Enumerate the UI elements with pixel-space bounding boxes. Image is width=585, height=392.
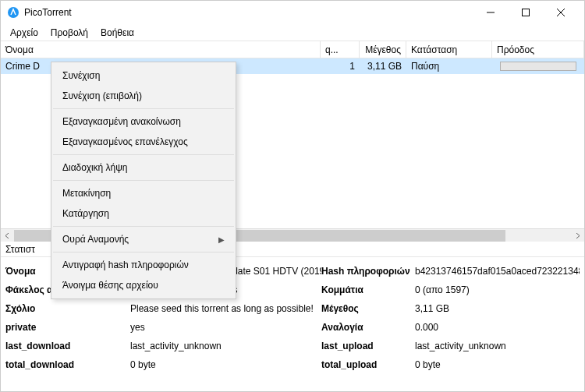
- scroll-left-icon[interactable]: [1, 229, 14, 242]
- context-menu: Συνέχιση Συνέχιση (επιβολή) Εξαναγκασμέν…: [51, 62, 236, 299]
- cm-separator: [53, 252, 234, 253]
- cell-size: 3,11 GB: [360, 58, 406, 74]
- cm-separator: [53, 154, 234, 155]
- detail-val-pieces: 0 (απο 1597): [415, 284, 580, 295]
- menu-view[interactable]: Προβολή: [44, 26, 94, 40]
- detail-key-totalul: total_upload: [321, 359, 415, 370]
- detail-key-comment: Σχόλιο: [5, 303, 130, 314]
- menubar: Αρχείο Προβολή Βοήθεια: [1, 24, 584, 41]
- maximize-button[interactable]: [508, 1, 543, 24]
- cm-resume-force[interactable]: Συνέχιση (επιβολή): [51, 86, 236, 106]
- cm-open-location[interactable]: Άνοιγμα θέσης αρχείου: [51, 275, 236, 295]
- col-header-status[interactable]: Κατάσταση: [406, 41, 492, 58]
- detail-val-lastdl: last_activity_unknown: [130, 341, 321, 351]
- detail-key-lastdl: last_download: [5, 341, 130, 351]
- detail-key-hash: Hash πληροφοριών: [321, 266, 415, 277]
- cm-force-reannounce[interactable]: Εξαναγκασμένη ανακοίνωση: [51, 111, 236, 132]
- detail-val-hash: b42313746157daf015a0aced7232213489f5: [415, 266, 580, 277]
- cm-sequential[interactable]: Διαδοχική λήψη: [51, 157, 236, 178]
- close-button[interactable]: [543, 1, 578, 24]
- detail-val-totaldl: 0 byte: [130, 359, 321, 370]
- titlebar: PicoTorrent: [1, 1, 584, 24]
- scroll-right-icon[interactable]: [571, 229, 584, 242]
- torrent-table-header: Όνομα q... Μέγεθος Κατάσταση Πρόοδος: [1, 41, 584, 58]
- cm-move[interactable]: Μετακίνηση: [51, 183, 236, 203]
- col-header-queue[interactable]: q...: [321, 41, 360, 58]
- cm-force-recheck[interactable]: Εξαναγκασμένος επανέλεγχος: [51, 132, 236, 152]
- cm-separator: [53, 180, 234, 181]
- menu-help[interactable]: Βοήθεια: [94, 26, 140, 40]
- cm-resume[interactable]: Συνέχιση: [51, 65, 236, 86]
- detail-val-private: yes: [130, 322, 321, 333]
- app-icon: [7, 6, 20, 19]
- detail-key-size: Μέγεθος: [321, 303, 415, 314]
- window-title: PicoTorrent: [24, 7, 72, 18]
- detail-val-comment: Please seed this torrent as long as poss…: [130, 303, 321, 314]
- detail-val-ratio: 0.000: [415, 322, 580, 333]
- cm-remove[interactable]: Κατάργηση: [51, 203, 236, 224]
- col-header-progress[interactable]: Πρόοδος: [492, 41, 584, 58]
- menu-file[interactable]: Αρχείο: [4, 26, 44, 40]
- detail-key-totaldl: total_download: [5, 359, 130, 370]
- chevron-right-icon: ▶: [218, 235, 225, 244]
- cell-progress: [492, 58, 584, 74]
- col-header-size[interactable]: Μέγεθος: [360, 41, 406, 58]
- detail-key-pieces: Κομμάτια: [321, 284, 415, 295]
- cm-separator: [53, 108, 234, 109]
- detail-key-ratio: Αναλογία: [321, 322, 415, 333]
- cm-separator: [53, 226, 234, 227]
- progress-bar: [500, 62, 576, 71]
- minimize-button[interactable]: [473, 1, 508, 24]
- cell-queue: 1: [321, 58, 360, 74]
- detail-val-size: 3,11 GB: [415, 303, 580, 314]
- svg-rect-2: [522, 9, 529, 16]
- cm-copy-hash[interactable]: Αντιγραφή hash πληροφοριών: [51, 255, 236, 275]
- detail-val-lastul: last_activity_unknown: [415, 341, 580, 351]
- detail-key-lastul: last_upload: [321, 341, 415, 351]
- detail-val-totalul: 0 byte: [415, 359, 580, 370]
- col-header-name[interactable]: Όνομα: [1, 41, 321, 58]
- cell-status: Παύση: [406, 58, 492, 74]
- detail-key-private: private: [5, 322, 130, 333]
- cm-queue[interactable]: Ουρά Αναμονής ▶: [51, 229, 236, 249]
